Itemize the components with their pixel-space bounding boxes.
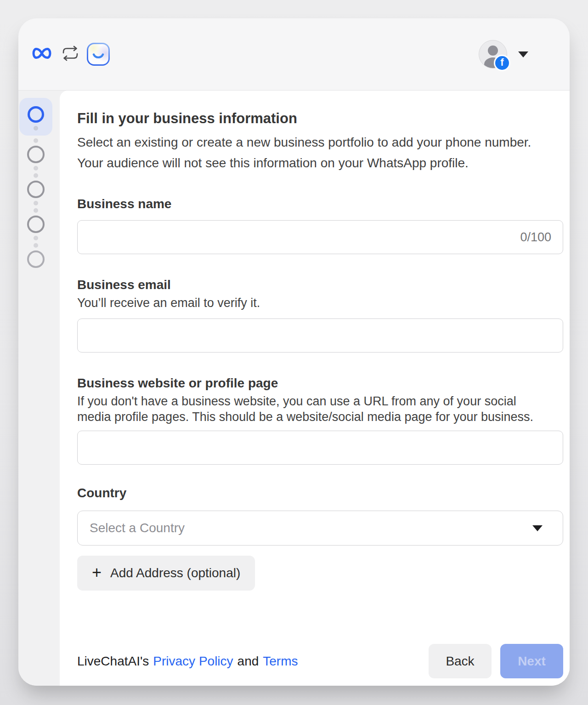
- back-button[interactable]: Back: [429, 644, 492, 678]
- step-progress-dot: [34, 208, 38, 213]
- legal-note: LiveChatAI's Privacy Policy and Terms: [77, 654, 298, 669]
- terms-link[interactable]: Terms: [263, 654, 298, 669]
- form-panel: Fill in your business information Select…: [60, 91, 570, 686]
- account-dropdown-caret-icon[interactable]: [518, 51, 528, 57]
- facebook-badge-icon: f: [494, 55, 510, 71]
- step-progress-dot: [34, 166, 38, 171]
- business-website-helper: If you don't have a business website, yo…: [77, 393, 550, 425]
- country-select[interactable]: Select a Country: [77, 511, 563, 546]
- assistant-logo-icon: [87, 43, 110, 66]
- country-select-caret-icon: [532, 525, 543, 531]
- add-address-label: Add Address (optional): [110, 566, 240, 580]
- swap-arrows-icon: [61, 45, 80, 63]
- step-4-indicator: [27, 216, 45, 233]
- modal-body: Fill in your business information Select…: [18, 91, 570, 686]
- business-email-helper: You’ll receive an email to verify it.: [77, 295, 550, 311]
- step-3-indicator: [27, 181, 45, 198]
- brand-text: LiveChatAI's: [77, 654, 149, 669]
- business-info-modal: f Fill in your business information Sele…: [18, 18, 570, 686]
- business-name-counter: 0/100: [520, 230, 551, 244]
- business-name-label: Business name: [77, 197, 563, 211]
- business-email-input-wrap: [77, 318, 563, 352]
- business-name-input-wrap: 0/100: [77, 220, 563, 254]
- intro-text: Select an existing or create a new busin…: [77, 132, 541, 173]
- footer: LiveChatAI's Privacy Policy and Terms Ba…: [77, 644, 563, 678]
- avatar-head-silhouette: [488, 45, 498, 56]
- step-1-indicator: [28, 106, 44, 123]
- active-step-highlight: [19, 98, 52, 136]
- business-website-input[interactable]: [77, 431, 563, 465]
- page-title: Fill in your business information: [77, 110, 563, 127]
- country-select-placeholder: Select a Country: [90, 521, 532, 535]
- step-progress-dot: [34, 138, 38, 143]
- meta-logo-icon: [30, 45, 54, 63]
- step-5-indicator: [27, 250, 45, 268]
- logo-group: [30, 43, 110, 66]
- step-progress-dot: [34, 243, 38, 248]
- privacy-policy-link[interactable]: Privacy Policy: [153, 654, 233, 669]
- business-email-input[interactable]: [77, 318, 563, 352]
- business-email-label: Business email: [77, 278, 563, 292]
- business-website-input-wrap: [77, 431, 563, 465]
- page-background: f Fill in your business information Sele…: [0, 0, 588, 705]
- avatar[interactable]: f: [479, 40, 507, 68]
- account-menu[interactable]: f: [479, 40, 528, 68]
- step-progress-dot: [34, 173, 38, 178]
- conjunction-text: and: [237, 654, 259, 669]
- step-progress-dot: [34, 126, 38, 131]
- step-progress-dot: [34, 201, 38, 205]
- business-name-input[interactable]: [77, 220, 563, 254]
- country-label: Country: [77, 486, 563, 500]
- footer-buttons: Back Next: [429, 644, 563, 678]
- business-website-label: Business website or profile page: [77, 376, 563, 391]
- step-progress-dot: [34, 236, 38, 240]
- stepper: [18, 91, 60, 686]
- add-address-button[interactable]: + Add Address (optional): [77, 556, 255, 591]
- modal-header: f: [18, 18, 570, 91]
- plus-icon: +: [92, 564, 102, 581]
- step-2-indicator: [27, 146, 45, 163]
- next-button[interactable]: Next: [500, 644, 563, 678]
